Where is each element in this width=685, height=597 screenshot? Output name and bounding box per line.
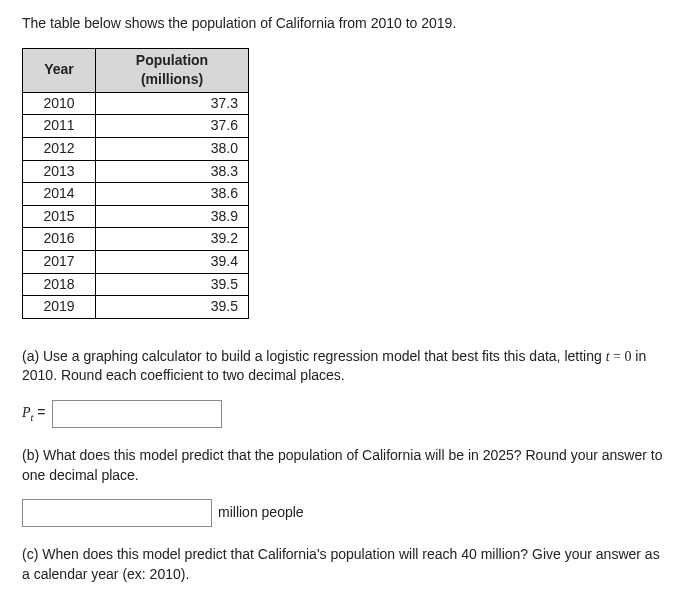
intro-text: The table below shows the population of … [22, 14, 663, 34]
cell-year: 2016 [23, 228, 96, 251]
table-row: 201639.2 [23, 228, 249, 251]
question-b: (b) What does this model predict that th… [22, 446, 663, 485]
cell-pop: 38.6 [96, 183, 249, 206]
question-c: (c) When does this model predict that Ca… [22, 545, 663, 584]
table-row: 201338.3 [23, 160, 249, 183]
cell-pop: 37.6 [96, 115, 249, 138]
cell-year: 2015 [23, 205, 96, 228]
table-row: 201538.9 [23, 205, 249, 228]
question-a: (a) Use a graphing calculator to build a… [22, 347, 663, 386]
cell-year: 2013 [23, 160, 96, 183]
cell-year: 2014 [23, 183, 96, 206]
cell-year: 2019 [23, 296, 96, 319]
col-header-pop: Population (millions) [96, 48, 249, 92]
cell-year: 2010 [23, 92, 96, 115]
cell-year: 2011 [23, 115, 96, 138]
table-row: 201438.6 [23, 183, 249, 206]
col-header-year: Year [23, 48, 96, 92]
cell-year: 2017 [23, 250, 96, 273]
pt-label: Pt = [22, 403, 46, 425]
pop-2025-input[interactable] [22, 499, 212, 527]
cell-pop: 37.3 [96, 92, 249, 115]
table-row: 201939.5 [23, 296, 249, 319]
table-row: 201739.4 [23, 250, 249, 273]
table-row: 201037.3 [23, 92, 249, 115]
model-input[interactable] [52, 400, 222, 428]
cell-pop: 38.0 [96, 137, 249, 160]
cell-year: 2012 [23, 137, 96, 160]
cell-pop: 38.3 [96, 160, 249, 183]
cell-pop: 39.4 [96, 250, 249, 273]
cell-pop: 39.2 [96, 228, 249, 251]
cell-pop: 39.5 [96, 296, 249, 319]
cell-pop: 39.5 [96, 273, 249, 296]
table-row: 201137.6 [23, 115, 249, 138]
table-row: 201238.0 [23, 137, 249, 160]
cell-year: 2018 [23, 273, 96, 296]
cell-pop: 38.9 [96, 205, 249, 228]
unit-label-b: million people [218, 503, 304, 523]
population-table: Year Population (millions) 201037.320113… [22, 48, 249, 319]
table-row: 201839.5 [23, 273, 249, 296]
